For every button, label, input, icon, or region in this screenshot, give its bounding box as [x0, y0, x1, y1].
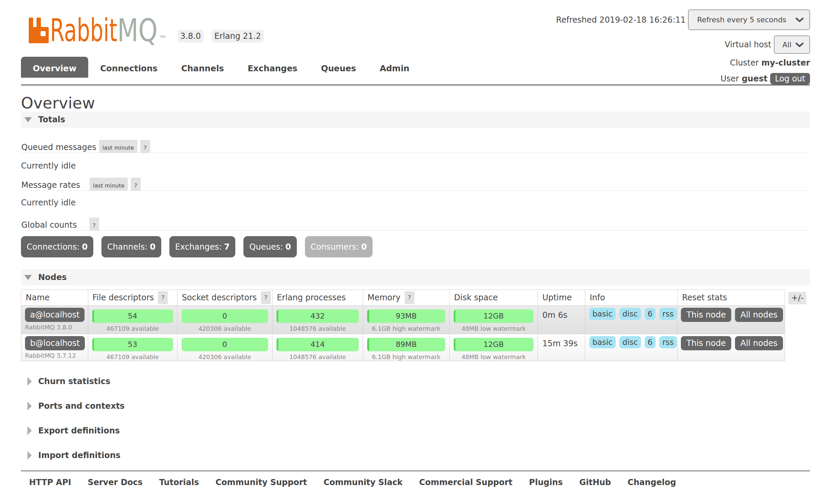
- connections-count-chip[interactable]: Connections:0: [21, 236, 93, 257]
- erlang-version-badge: Erlang 21.2: [212, 30, 264, 43]
- rates-help-icon[interactable]: ?: [131, 178, 141, 191]
- sd-help-icon[interactable]: ?: [261, 291, 271, 304]
- tag-disc[interactable]: disc: [619, 308, 641, 320]
- fd-sub: 467109 available: [92, 353, 173, 361]
- rabbitmq-logo[interactable]: Rabbit MQ ™: [29, 18, 166, 43]
- reset-this-node-button[interactable]: This node: [681, 336, 731, 350]
- col-disk-space: Disk space: [454, 293, 498, 302]
- rabbitmq-version-badge: 3.8.0: [177, 30, 204, 43]
- channels-count-chip[interactable]: Channels:0: [101, 236, 161, 257]
- nodes-table-wrap: +/- Name File descriptors? Socket descri…: [21, 289, 810, 361]
- memory-bar: 93MB: [367, 309, 445, 323]
- virtual-host-row: Virtual host All: [725, 35, 810, 54]
- tab-connections[interactable]: Connections: [88, 57, 169, 78]
- section-totals-title: Totals: [38, 115, 65, 124]
- queued-rate-range-badge[interactable]: last minute: [99, 140, 137, 153]
- expand-arrow-icon: [27, 451, 32, 460]
- memory-help-icon[interactable]: ?: [405, 291, 414, 304]
- node-version-b: RabbitMQ 3.7.12: [25, 352, 88, 359]
- section-churn-title: Churn statistics: [38, 377, 110, 386]
- footer-link-community-slack[interactable]: Community Slack: [324, 478, 403, 487]
- column-toggle-button[interactable]: +/-: [788, 292, 806, 304]
- count-value: 0: [82, 242, 88, 252]
- memory-sub: 6.1GB high watermark: [367, 325, 445, 332]
- node-link-b[interactable]: b@localhost: [25, 336, 85, 350]
- rates-rate-range-badge[interactable]: last minute: [90, 178, 128, 191]
- section-churn-statistics[interactable]: Churn statistics: [21, 376, 810, 386]
- section-import-definitions[interactable]: Import definitions: [21, 450, 810, 460]
- virtual-host-label: Virtual host: [725, 40, 771, 49]
- reset-all-nodes-button[interactable]: All nodes: [735, 308, 783, 322]
- count-label: Exchanges:: [175, 242, 222, 252]
- count-label: Consumers:: [311, 242, 359, 252]
- footer-link-community-support[interactable]: Community Support: [215, 478, 307, 487]
- user-label: User: [720, 74, 739, 83]
- fd-sub: 467109 available: [92, 325, 173, 332]
- node-version-a: RabbitMQ 3.8.0: [25, 324, 88, 331]
- global-counts-help-icon[interactable]: ?: [89, 218, 99, 230]
- version-badges: 3.8.0 Erlang 21.2: [177, 30, 264, 43]
- logout-button[interactable]: Log out: [770, 73, 810, 84]
- tag-disc[interactable]: disc: [619, 336, 641, 348]
- virtual-host-select[interactable]: All: [774, 35, 810, 54]
- fd-bar: 53: [92, 338, 173, 351]
- global-counts-line: Global counts ?: [21, 218, 810, 231]
- exchanges-count-chip[interactable]: Exchanges:7: [169, 236, 236, 257]
- tag-basic[interactable]: basic: [589, 308, 616, 320]
- queued-messages-line: Queued messages last minute ?: [21, 140, 810, 153]
- tab-queues[interactable]: Queues: [309, 57, 368, 78]
- erlang-bar: 414: [277, 338, 359, 351]
- consumers-count-chip[interactable]: Consumers:0: [305, 236, 373, 257]
- erlang-sub: 1048576 available: [277, 325, 359, 332]
- footer-link-commercial-support[interactable]: Commercial Support: [419, 478, 513, 487]
- nav-tabs: Overview Connections Channels Exchanges …: [21, 57, 810, 78]
- section-ports-contexts[interactable]: Ports and contexts: [21, 401, 810, 411]
- erlang-bar: 432: [277, 309, 359, 323]
- tag-basic[interactable]: basic: [589, 336, 616, 348]
- tab-admin[interactable]: Admin: [368, 57, 421, 78]
- logo-trademark: ™: [159, 34, 167, 44]
- refresh-status-row: Refreshed 2019-02-18 16:26:11 Refresh ev…: [556, 9, 810, 30]
- tab-overview[interactable]: Overview: [21, 57, 88, 78]
- sd-bar: 0: [182, 338, 268, 351]
- uptime-value: 15m 39s: [538, 334, 585, 348]
- nodes-table: Name File descriptors? Socket descriptor…: [21, 289, 785, 361]
- footer-link-server-docs[interactable]: Server Docs: [88, 478, 142, 487]
- section-export-definitions[interactable]: Export definitions: [21, 426, 810, 436]
- erlang-value: 414: [310, 340, 325, 349]
- memory-value: 89MB: [396, 340, 417, 349]
- footer-link-tutorials[interactable]: Tutorials: [159, 478, 199, 487]
- fd-help-icon[interactable]: ?: [158, 291, 168, 304]
- count-value: 0: [285, 242, 291, 252]
- tag-cores[interactable]: 6: [645, 336, 656, 348]
- tag-rss[interactable]: rss: [659, 336, 676, 348]
- fd-value: 54: [128, 312, 137, 320]
- sd-value: 0: [222, 312, 227, 320]
- footer-link-plugins[interactable]: Plugins: [529, 478, 563, 487]
- section-totals-header[interactable]: Totals: [21, 111, 810, 128]
- message-rates-label: Message rates: [21, 180, 80, 190]
- node-link-a[interactable]: a@localhost: [25, 308, 85, 322]
- footer-link-http-api[interactable]: HTTP API: [29, 478, 71, 487]
- queues-count-chip[interactable]: Queues:0: [243, 236, 296, 257]
- reset-all-nodes-button[interactable]: All nodes: [735, 336, 783, 350]
- refresh-interval-select[interactable]: Refresh every 5 seconds: [688, 9, 810, 30]
- cluster-label: Cluster: [730, 58, 759, 68]
- disk-bar: 12GB: [454, 338, 533, 351]
- erlang-value: 432: [310, 312, 325, 320]
- footer-link-changelog[interactable]: Changelog: [627, 478, 676, 487]
- section-nodes-header[interactable]: Nodes: [21, 269, 810, 285]
- tag-rss[interactable]: rss: [659, 308, 676, 320]
- nav-rule: [21, 84, 810, 85]
- tab-exchanges[interactable]: Exchanges: [236, 57, 309, 78]
- tab-channels[interactable]: Channels: [169, 57, 236, 78]
- count-label: Channels:: [107, 242, 147, 252]
- tag-cores[interactable]: 6: [645, 308, 656, 320]
- reset-this-node-button[interactable]: This node: [681, 308, 731, 322]
- expand-arrow-icon: [27, 402, 32, 410]
- disk-sub: 48MB low watermark: [454, 325, 533, 332]
- page: Rabbit MQ ™ 3.8.0 Erlang 21.2 Refreshed …: [21, 0, 810, 487]
- footer-link-github[interactable]: GitHub: [579, 478, 611, 487]
- user-row: User guest Log out: [720, 72, 810, 85]
- queued-help-icon[interactable]: ?: [140, 140, 150, 153]
